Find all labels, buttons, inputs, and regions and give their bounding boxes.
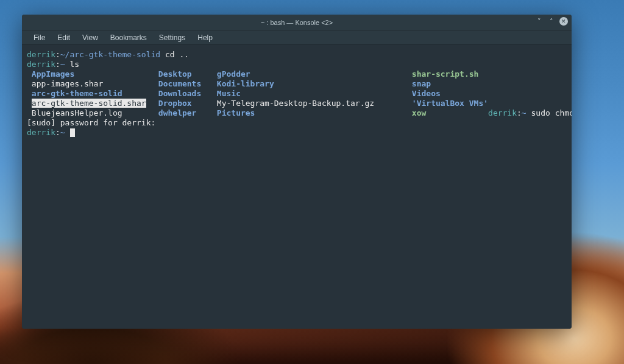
titlebar[interactable]: ~ : bash — Konsole <2> ˅ ˄ ✕ [22,15,572,30]
prompt-path: ~ [60,60,65,69]
prompt-path: ~ [60,128,65,137]
cmd-ls: ls [65,60,79,69]
ls-item: Dropbox [158,99,192,108]
konsole-window: ~ : bash — Konsole <2> ˅ ˄ ✕ File Edit V… [22,15,572,329]
ls-item: gPodder [217,69,250,79]
ls-item: arc-gtk-theme-solid.shar [32,99,146,108]
ls-row: BluejeansHelper.logdwhelperPicturesxow [27,108,488,118]
sudo-prompt: [sudo] password for derrik: [27,118,155,127]
minimize-icon[interactable]: ˅ [535,17,544,26]
menu-help[interactable]: Help [192,32,218,44]
menu-settings[interactable]: Settings [154,32,191,44]
prompt-path: ~ [522,108,526,117]
window-controls: ˅ ˄ ✕ [535,17,568,26]
menu-file[interactable]: File [28,32,51,44]
ls-row: app-images.sharDocumentsKodi-librarysnap [27,79,488,89]
terminal-area[interactable]: derrik:~/arc-gtk-theme-solid cd .. derri… [22,45,572,329]
cursor-block [70,128,75,137]
ls-item: arc-gtk-theme-solid [32,89,122,98]
ls-item: xow [412,108,426,117]
ls-item: Pictures [217,108,255,117]
ls-item: Kodi-library [217,79,274,88]
ls-row: arc-gtk-theme-solid.sharDropboxMy-Telegr… [27,99,488,108]
ls-row: arc-gtk-theme-solidDownloadsMusicVideos [27,89,488,99]
menubar: File Edit View Bookmarks Settings Help [22,30,572,45]
prompt-user: derrik [27,60,55,69]
ls-item: snap [412,79,431,88]
prompt-user: derrik [27,50,55,59]
cmd-chmod: sudo chmod +x arc-gtk-theme-solid.shar [526,108,572,117]
prompt-sep: : [55,50,60,59]
ls-item: Documents [158,79,201,88]
close-icon[interactable]: ✕ [559,17,568,26]
prompt-user: derrik [27,128,55,137]
cmd-cd: cd .. [160,50,189,59]
maximize-icon[interactable]: ˄ [547,17,556,26]
menu-bookmarks[interactable]: Bookmarks [105,32,152,44]
ls-item: BluejeansHelper.log [32,108,122,117]
window-title: ~ : bash — Konsole <2> [261,19,333,26]
ls-item: shar-script.sh [412,69,479,79]
menu-edit[interactable]: Edit [52,32,76,44]
ls-item: app-images.shar [32,79,103,88]
ls-item: Downloads [158,89,201,98]
ls-output: AppImagesDesktopgPoddershar-script.sh ap… [27,69,488,118]
ls-row: AppImagesDesktopgPoddershar-script.sh [27,69,488,79]
ls-item: AppImages [32,69,74,79]
ls-item: 'VirtualBox VMs' [412,99,488,108]
ls-item: My-Telegram-Desktop-Backup.tar.gz [217,99,374,108]
menu-view[interactable]: View [77,32,104,44]
prompt-user: derrik [488,108,517,117]
ls-item: Videos [412,89,441,98]
ls-item: Music [217,89,241,98]
prompt-path: ~/arc-gtk-theme-solid [60,50,160,59]
ls-item: Desktop [158,69,192,79]
ls-item: dwhelper [158,108,197,117]
